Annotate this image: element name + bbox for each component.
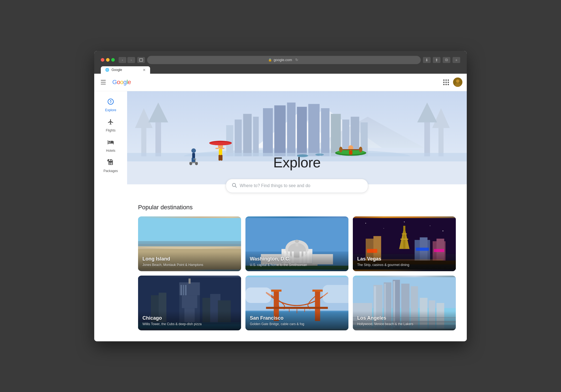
window-controls-right: ⬇ ⬆ ⧉ + — [423, 57, 460, 63]
destination-card-los-angeles[interactable]: Los Angeles Hollywood, Venice beach & th… — [353, 276, 456, 330]
nav-left: Google — [99, 78, 131, 87]
svg-rect-119 — [183, 285, 184, 295]
svg-rect-53 — [221, 155, 222, 161]
long-island-name: Long Island — [142, 256, 237, 262]
svg-rect-143 — [245, 287, 271, 303]
svg-rect-97 — [400, 239, 408, 240]
svg-rect-134 — [271, 290, 282, 292]
hero-title: Explore — [273, 154, 321, 171]
los-angeles-info: Los Angeles Hollywood, Venice beach & th… — [353, 311, 456, 330]
san-francisco-desc: Golden Gate Bridge, cable cars & fog — [250, 322, 344, 326]
hamburger-line-1 — [101, 80, 106, 81]
svg-rect-49 — [221, 148, 224, 149]
apps-icon — [443, 79, 449, 85]
sidebar-item-explore[interactable]: Explore — [96, 96, 125, 115]
las-vegas-info: Las Vegas The Strip, casinos & gourmet d… — [353, 252, 456, 271]
close-button[interactable] — [101, 58, 104, 62]
search-icon — [231, 182, 237, 189]
forward-button[interactable]: › — [127, 57, 135, 63]
svg-rect-109 — [416, 248, 429, 251]
nav-right — [441, 77, 462, 87]
content-area: Explore Where to? Find things to see and… — [127, 91, 467, 341]
svg-rect-48 — [215, 148, 219, 149]
svg-rect-57 — [349, 150, 352, 154]
back-button[interactable]: ‹ — [119, 57, 126, 63]
user-avatar[interactable] — [453, 78, 462, 87]
svg-rect-27 — [308, 104, 319, 156]
destination-card-san-francisco[interactable]: San Francisco Golden Gate Bridge, cable … — [245, 276, 348, 330]
washington-name: Washington, D.C. — [250, 256, 344, 262]
svg-point-90 — [365, 223, 366, 224]
search-bar[interactable]: Where to? Find things to see and do — [226, 179, 368, 193]
search-section: Where to? Find things to see and do — [127, 179, 467, 198]
maximize-button[interactable] — [111, 58, 115, 62]
svg-rect-45 — [193, 158, 196, 159]
refresh-button[interactable]: ↻ — [294, 57, 300, 63]
chicago-name: Chicago — [142, 315, 237, 321]
destination-card-washington[interactable]: Washington, D.C. U.S. capital & home to … — [245, 216, 348, 271]
svg-marker-5 — [110, 102, 112, 103]
washington-info: Washington, D.C. U.S. capital & home to … — [245, 252, 348, 271]
hotels-icon — [107, 139, 114, 147]
svg-point-94 — [443, 230, 443, 231]
svg-rect-142 — [266, 307, 328, 309]
svg-point-92 — [404, 221, 405, 222]
svg-point-60 — [359, 147, 362, 152]
explore-label: Explore — [105, 108, 116, 112]
top-navigation: Google — [94, 74, 467, 91]
tab-close-button[interactable]: ✕ — [143, 68, 146, 72]
destination-card-long-island[interactable]: Long Island Jones Beach, Montauk Point &… — [138, 216, 241, 271]
active-tab[interactable]: 🌐 Google ✕ — [101, 66, 150, 74]
svg-point-43 — [195, 162, 198, 165]
svg-point-37 — [191, 148, 196, 153]
hero-banner: Explore — [127, 91, 467, 184]
svg-rect-114 — [179, 282, 200, 295]
tab-bar: 🌐 Google ✕ — [98, 66, 463, 74]
address-bar[interactable]: 🔒 google.com ↻ — [147, 56, 421, 64]
page-content: Google — [94, 74, 467, 341]
svg-rect-21 — [253, 116, 259, 156]
packages-icon — [107, 159, 114, 167]
destination-card-las-vegas[interactable]: Las Vegas The Strip, casinos & gourmet d… — [353, 216, 456, 271]
flights-icon — [107, 119, 114, 127]
svg-rect-23 — [263, 108, 273, 156]
svg-rect-144 — [323, 285, 348, 303]
traffic-lights — [101, 58, 115, 62]
browser-top-bar: ‹ › 🔒 google.com ↻ ⬇ ⬆ ⧉ + — [98, 54, 463, 66]
avatar-image — [453, 78, 462, 87]
browser-window: ‹ › 🔒 google.com ↻ ⬇ ⬆ ⧉ + — [94, 51, 467, 341]
destination-card-chicago[interactable]: Chicago Willis Tower, the Cubs & deep-di… — [138, 276, 241, 330]
svg-rect-117 — [188, 278, 191, 284]
svg-rect-19 — [235, 119, 242, 156]
chicago-desc: Willis Tower, the Cubs & deep-dish pizza — [142, 322, 237, 326]
sidebar-item-flights[interactable]: Flights — [96, 116, 125, 135]
download-button[interactable]: ⬇ — [423, 57, 431, 63]
sidebar-item-hotels[interactable]: Hotels — [96, 136, 125, 155]
minimize-button[interactable] — [106, 58, 110, 62]
sidebar-item-packages[interactable]: Packages — [96, 156, 125, 176]
hamburger-line-3 — [101, 84, 106, 84]
san-francisco-info: San Francisco Golden Gate Bridge, cable … — [245, 311, 348, 330]
lock-icon: 🔒 — [268, 58, 272, 62]
las-vegas-name: Las Vegas — [357, 256, 451, 262]
svg-rect-135 — [312, 290, 323, 292]
los-angeles-desc: Hollywood, Venice beach & the Lakers — [357, 322, 451, 326]
svg-point-76 — [295, 239, 299, 242]
hero-text: Explore — [273, 154, 321, 171]
address-bar-wrapper: 🔒 google.com ↻ — [147, 56, 421, 64]
google-logo[interactable]: Google — [112, 79, 131, 86]
more-button[interactable]: + — [453, 57, 460, 63]
chicago-info: Chicago Willis Tower, the Cubs & deep-di… — [138, 311, 241, 330]
flights-label: Flights — [106, 128, 115, 132]
svg-rect-28 — [321, 108, 330, 156]
new-tab-button[interactable]: ⧉ — [443, 57, 450, 63]
svg-rect-69 — [138, 241, 241, 244]
svg-point-3 — [108, 99, 113, 104]
view-toggle-button[interactable] — [137, 57, 145, 63]
menu-button[interactable] — [99, 78, 108, 87]
main-area: Explore Flights — [94, 91, 467, 341]
apps-button[interactable] — [441, 77, 451, 87]
svg-rect-68 — [138, 218, 241, 241]
hotels-label: Hotels — [106, 149, 115, 153]
share-button[interactable]: ⬆ — [433, 57, 440, 63]
